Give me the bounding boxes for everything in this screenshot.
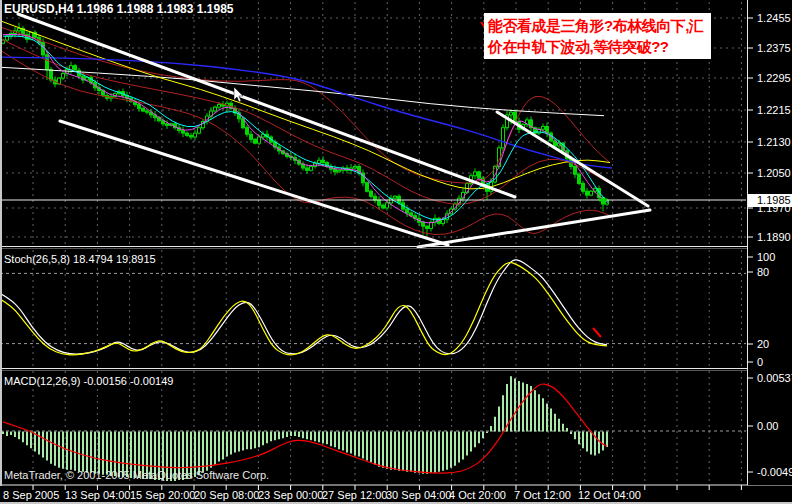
- price-axis-label: 1.2130: [757, 136, 791, 148]
- candle-body: [138, 104, 141, 108]
- candle-body: [258, 137, 261, 143]
- time-axis-label: 7 Oct 12:00: [514, 489, 571, 501]
- candle-body: [394, 196, 397, 198]
- candle-body: [406, 209, 409, 213]
- time-axis-label: 4 Oct 20:00: [449, 489, 506, 501]
- candle-body: [442, 220, 445, 224]
- candle-body: [590, 191, 593, 195]
- annotation-line-2: 价在中轨下波动,等待突破??: [488, 36, 711, 57]
- candle-body: [218, 104, 221, 107]
- candle-body: [142, 108, 145, 111]
- candle-body: [50, 70, 53, 80]
- time-axis-label: 23 Sep 00:00: [258, 489, 323, 501]
- candle-body: [586, 191, 589, 195]
- candle-body: [354, 166, 357, 168]
- candle-body: [246, 128, 249, 135]
- candle-body: [370, 191, 373, 196]
- window-frame-left: [0, 0, 2, 504]
- candle-body: [46, 55, 49, 70]
- time-axis-label: 13 Sep 04:00: [65, 489, 130, 501]
- candle-body: [310, 166, 313, 170]
- candle-body: [74, 66, 77, 71]
- macd-axis-label: 0.00: [757, 420, 778, 432]
- stoch-axis-label: 100: [757, 251, 775, 263]
- price-axis-label: 1.2295: [757, 72, 791, 84]
- candle-body: [198, 128, 201, 133]
- price-axis-label: 1.1890: [757, 231, 791, 243]
- candle-body: [386, 203, 389, 208]
- candle-body: [190, 135, 193, 137]
- macd-axis-label: 0.00537: [757, 372, 792, 384]
- candle-body: [318, 160, 321, 163]
- current-price-label: 1.1985: [757, 194, 791, 206]
- time-axis-label: 20 Sep 08:00: [194, 489, 259, 501]
- candle-body: [214, 107, 217, 111]
- time-axis-label: 27 Sep 12:00: [322, 489, 387, 501]
- metatrader-chart-window: 1.24551.23751.22951.22151.21301.20501.19…: [0, 0, 792, 504]
- candle-body: [62, 73, 65, 78]
- candle-body: [542, 127, 545, 130]
- candle-body: [194, 133, 197, 137]
- candle-body: [582, 184, 585, 192]
- candle-body: [422, 222, 425, 226]
- price-axis-label: 1.2375: [757, 42, 791, 54]
- candle-body: [338, 170, 341, 172]
- price-axis-label: 1.2050: [757, 167, 791, 179]
- candle-body: [574, 166, 577, 174]
- candle-body: [382, 205, 385, 208]
- candle-body: [474, 172, 477, 176]
- annotation-line-1: 能否看成是三角形?布林线向下,汇: [488, 15, 711, 36]
- candle-body: [306, 168, 309, 170]
- time-axis-label: 12 Oct 04:00: [578, 489, 641, 501]
- candle-body: [502, 128, 505, 148]
- candle-body: [426, 226, 429, 228]
- price-axis-label: 1.2215: [757, 104, 791, 116]
- macd-axis-label: -0.0049: [757, 466, 792, 478]
- time-axis-label: 8 Sep 2005: [3, 489, 59, 501]
- candle-body: [478, 172, 481, 178]
- time-axis-label: 15 Sep 20:00: [130, 489, 195, 501]
- candle-body: [578, 174, 581, 183]
- macd-panel-surface[interactable]: [0, 371, 747, 483]
- candle-body: [378, 200, 381, 205]
- candle-body: [186, 133, 189, 135]
- candle-body: [18, 28, 21, 30]
- candle-body: [182, 130, 185, 133]
- stoch-axis-label: 20: [757, 338, 769, 350]
- candle-body: [6, 36, 9, 40]
- candle-body: [250, 134, 253, 139]
- candle-body: [254, 139, 257, 143]
- candle-body: [166, 124, 169, 126]
- candle-body: [146, 111, 149, 112]
- candle-body: [366, 183, 369, 192]
- stoch-panel-surface[interactable]: [0, 250, 747, 367]
- price-axis-label: 1.2455: [757, 12, 791, 24]
- chart-svg: 1.24551.23751.22951.22151.21301.20501.19…: [0, 0, 792, 504]
- stoch-axis-label: 80: [757, 266, 769, 278]
- annotation-text-box[interactable]: 能否看成是三角形?布林线向下,汇 价在中轨下波动,等待突破??: [484, 13, 711, 59]
- time-axis-label: 30 Sep 04:00: [386, 489, 451, 501]
- candle-body: [322, 160, 325, 162]
- stoch-axis-label: 0: [757, 356, 763, 368]
- candle-body: [334, 169, 337, 172]
- candle-body: [510, 112, 513, 115]
